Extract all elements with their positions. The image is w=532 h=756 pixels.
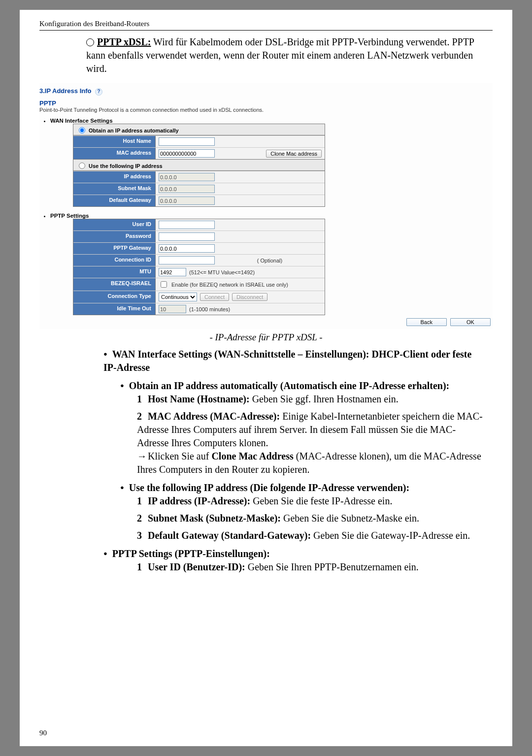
idle-note: (1-1000 minutes) — [189, 306, 230, 312]
bullet-wan: WAN Interface Settings (WAN-Schnittstell… — [103, 348, 483, 374]
radio-auto-label: Obtain an IP address automatically — [89, 128, 179, 133]
radio-auto[interactable] — [79, 127, 85, 133]
connid-input[interactable] — [159, 256, 215, 264]
router-ui-screenshot: 3.IP Address Info ? PPTP Point-to-Point … — [39, 83, 493, 329]
mtu-input[interactable] — [159, 268, 186, 276]
wan-form: Obtain an IP address automatically Host … — [73, 124, 325, 207]
mac-label: MAC address — [73, 148, 156, 159]
arrow-icon — [137, 451, 148, 461]
radio-static-row[interactable]: Use the following IP address — [73, 159, 325, 171]
disconnect-button[interactable]: Disconnect — [232, 293, 267, 301]
subnet-label: Subnet Mask — [73, 183, 156, 195]
num-userid: 1User ID (Benutzer-ID): Geben Sie Ihren … — [137, 560, 483, 574]
ok-button[interactable]: OK — [450, 318, 491, 326]
section-title: 3.IP Address Info ? — [39, 86, 493, 97]
pptp-settings-heading: PPTP Settings User ID Password PPTP Gate… — [50, 213, 493, 315]
ip-input[interactable] — [159, 173, 215, 181]
connid-label: Connection ID — [73, 255, 156, 266]
document-body: WAN Interface Settings (WAN-Schnittstell… — [103, 348, 483, 574]
idle-label: Idle Time Out — [73, 303, 156, 315]
figure-caption: - IP-Adresse für PPTP xDSL - — [39, 332, 493, 343]
section-title-text: 3.IP Address Info — [39, 87, 93, 95]
bullet-static: Use the following IP address (Die folgen… — [120, 481, 483, 542]
num-hostname: 1Host Name (Hostname): Geben Sie ggf. Ih… — [137, 393, 483, 406]
connect-button[interactable]: Connect — [200, 293, 229, 301]
mac-arrow-line: Klicken Sie auf Clone Mac Address (MAC-A… — [137, 450, 483, 476]
bezeq-label: BEZEQ-ISRAEL — [73, 278, 156, 291]
mac-input[interactable] — [159, 149, 215, 158]
help-icon[interactable]: ? — [95, 88, 102, 96]
gateway-input[interactable] — [159, 197, 215, 205]
num-gateway: 3Default Gateway (Standard-Gateway): Geb… — [137, 529, 483, 542]
page: Konfiguration des Breitband-Routers PPTP… — [20, 10, 512, 746]
bezeq-note: Enable (for BEZEQ network in ISRAEL use … — [171, 282, 288, 288]
password-input[interactable] — [159, 232, 215, 241]
num-subnet: 2Subnet Mask (Subnetz-Maske): Geben Sie … — [137, 512, 483, 525]
pptp-description: Point-to-Point Tunneling Protocol is a c… — [39, 107, 493, 113]
intro-label: PPTP xDSL: — [97, 36, 151, 47]
bullet-obtain: Obtain an IP address automatically (Auto… — [120, 379, 483, 476]
userid-input[interactable] — [159, 221, 215, 229]
radio-static[interactable] — [79, 163, 85, 169]
num-ip: 1IP address (IP-Adresse): Geben Sie die … — [137, 494, 483, 508]
intro-paragraph: PPTP xDSL: Wird für Kabelmodem oder DSL-… — [86, 35, 488, 75]
host-name-label: Host Name — [73, 136, 156, 147]
gateway-label: Default Gateway — [73, 195, 156, 206]
radio-auto-row[interactable]: Obtain an IP address automatically — [73, 124, 325, 135]
pptp-gateway-label: PPTP Gateway — [73, 243, 156, 254]
host-name-input[interactable] — [159, 137, 215, 146]
ip-label: IP address — [73, 171, 156, 183]
pptp-form: User ID Password PPTP Gateway Connection… — [73, 219, 325, 315]
bullet-pptp: PPTP Settings (PPTP-Einstellungen): 1Use… — [103, 547, 483, 574]
password-label: Password — [73, 231, 156, 242]
back-button[interactable]: Back — [406, 318, 447, 326]
subnet-input[interactable] — [159, 185, 215, 193]
list-bullet-circle-icon — [86, 38, 94, 46]
connid-note: ( Optional) — [218, 258, 322, 263]
page-header: Konfiguration des Breitband-Routers — [39, 20, 493, 28]
pptp-gateway-input[interactable] — [159, 244, 215, 253]
userid-label: User ID — [73, 219, 156, 230]
idle-input[interactable] — [159, 305, 186, 313]
num-mac: 2MAC Address (MAC-Adresse): Einige Kabel… — [137, 410, 483, 476]
wan-settings-heading: WAN Interface Settings Obtain an IP addr… — [50, 118, 493, 207]
header-rule — [39, 30, 493, 31]
conntype-label: Connection Type — [73, 291, 156, 303]
bezeq-checkbox[interactable] — [161, 281, 167, 288]
nav-buttons: Back OK — [39, 318, 491, 326]
radio-static-label: Use the following IP address — [89, 163, 163, 169]
mtu-note: (512<= MTU Value<=1492) — [189, 269, 255, 275]
page-number: 90 — [39, 729, 47, 737]
conntype-select[interactable]: Continuous — [159, 293, 197, 301]
pptp-heading: PPTP — [39, 99, 493, 107]
mtu-label: MTU — [73, 266, 156, 278]
clone-mac-button[interactable]: Clone Mac address — [266, 150, 322, 158]
